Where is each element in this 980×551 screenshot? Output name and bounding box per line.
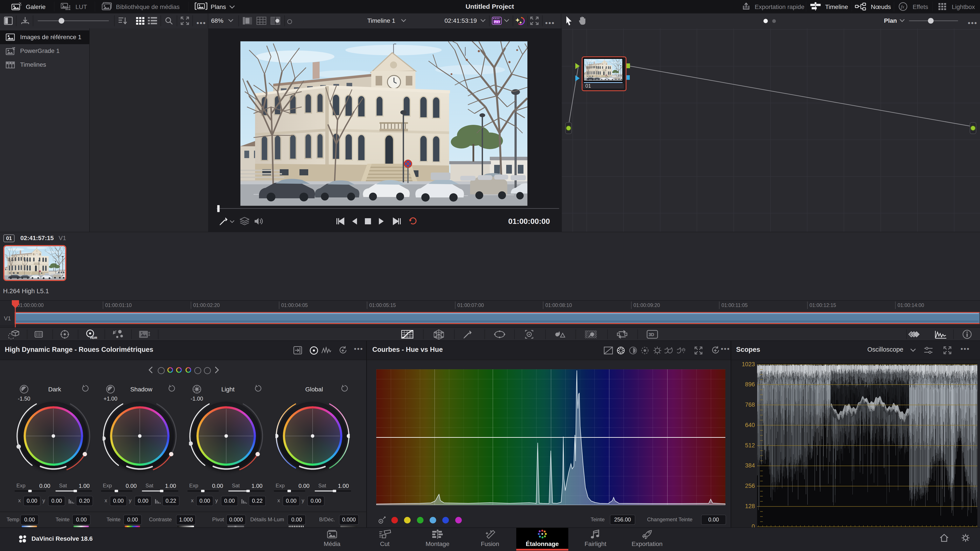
- svg-text:HDR: HDR: [90, 336, 97, 340]
- svg-text:PXY: PXY: [494, 20, 501, 24]
- svg-text:fx: fx: [901, 4, 904, 10]
- svg-text:3D: 3D: [649, 332, 654, 337]
